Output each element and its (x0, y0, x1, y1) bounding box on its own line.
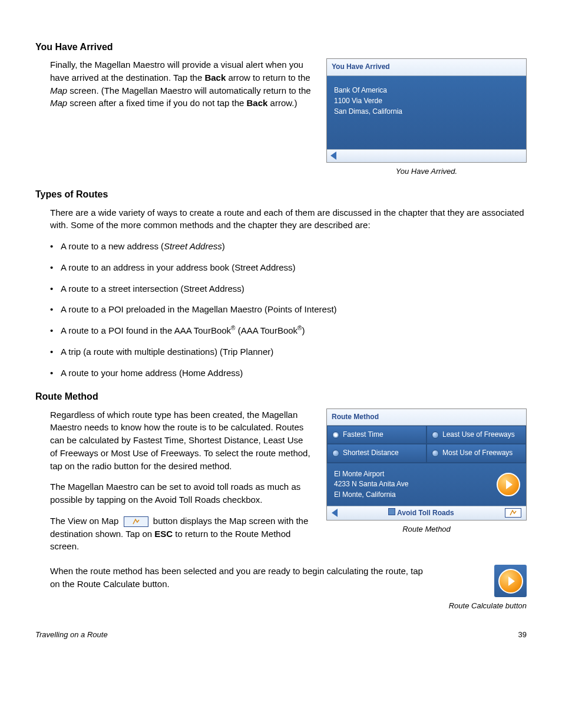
rm-option-least-freeways[interactable]: Least Use of Freeways (427, 426, 526, 444)
radio-icon (432, 450, 439, 457)
method-text: Regardless of which route type has been … (50, 409, 312, 562)
arrived-device-panel: You Have Arrived Bank Of America 1100 Vi… (326, 58, 527, 162)
arrived-text: Finally, the Magellan Maestro will provi… (50, 58, 312, 118)
checkbox-icon (388, 508, 395, 515)
view-on-map-icon[interactable] (124, 516, 148, 527)
figure-arrived: You Have Arrived Bank Of America 1100 Vi… (326, 58, 527, 177)
view-on-map-para: The View on Map button displays the Map … (50, 515, 312, 553)
arrived-panel-footer (327, 149, 526, 162)
list-item: A route to a new address (Street Address… (50, 240, 527, 253)
rm-option-shortest[interactable]: Shortest Distance (327, 444, 427, 462)
avoid-toll-checkbox[interactable]: Avoid Toll Roads (343, 508, 499, 518)
section-you-have-arrived: You Have Arrived Finally, the Magellan M… (35, 40, 527, 177)
radio-icon (332, 431, 339, 439)
figure-route-method: Route Method Fastest Time Least Use of F… (326, 409, 527, 535)
list-item: A route to a street intersection (Street… (50, 282, 527, 295)
arrived-caption: You Have Arrived. (326, 166, 527, 177)
rm-panel-title: Route Method (327, 409, 526, 426)
rm-option-most-freeways[interactable]: Most Use of Freeways (427, 444, 526, 462)
back-arrow-icon[interactable] (332, 509, 338, 517)
types-list: A route to a new address (Street Address… (50, 240, 527, 379)
route-method-panel: Route Method Fastest Time Least Use of F… (326, 409, 527, 521)
calc-caption: Route Calculate button (438, 601, 527, 612)
section-types: Types of Routes There are a wide variety… (35, 187, 527, 379)
heading-arrived: You Have Arrived (35, 40, 527, 54)
list-item: A trip (a route with multiple destinatio… (50, 345, 527, 358)
heading-route-method: Route Method (35, 390, 527, 403)
rm-caption: Route Method (326, 524, 527, 535)
figure-calc-button: Route Calculate button (438, 565, 527, 612)
calc-button-block (494, 565, 527, 597)
route-calculate-button[interactable] (497, 473, 520, 496)
list-item: A route to a POI preloaded in the Magell… (50, 303, 527, 316)
types-intro: There are a wide variety of ways to crea… (50, 206, 527, 232)
section-route-method: Route Method Regardless of which route t… (35, 390, 527, 612)
page-number: 39 (518, 630, 527, 641)
list-item: A route to a POI found in the AAA TourBo… (50, 324, 527, 337)
heading-types: Types of Routes (35, 187, 527, 201)
radio-icon (332, 450, 339, 457)
list-item: A route to your home address (Home Addre… (50, 367, 527, 380)
arrived-panel-title: You Have Arrived (327, 59, 526, 75)
page-footer: Travelling on a Route 39 (35, 630, 527, 641)
rm-destination: El Monte Airport 4233 N Santa Anita Ave … (327, 463, 526, 506)
route-calculate-button[interactable] (498, 569, 523, 594)
rm-footer: Avoid Toll Roads (327, 506, 526, 520)
rm-options-grid: Fastest Time Least Use of Freeways Short… (327, 426, 526, 463)
arrived-panel-body: Bank Of America 1100 Via Verde San Dimas… (327, 76, 526, 149)
radio-icon (432, 431, 439, 439)
back-arrow-icon[interactable] (330, 151, 336, 160)
footer-title: Travelling on a Route (35, 630, 108, 641)
method-para4: When the route method has been selected … (50, 565, 424, 591)
list-item: A route to an address in your address bo… (50, 261, 527, 274)
view-on-map-icon[interactable] (505, 508, 521, 518)
rm-option-fastest[interactable]: Fastest Time (327, 426, 427, 444)
